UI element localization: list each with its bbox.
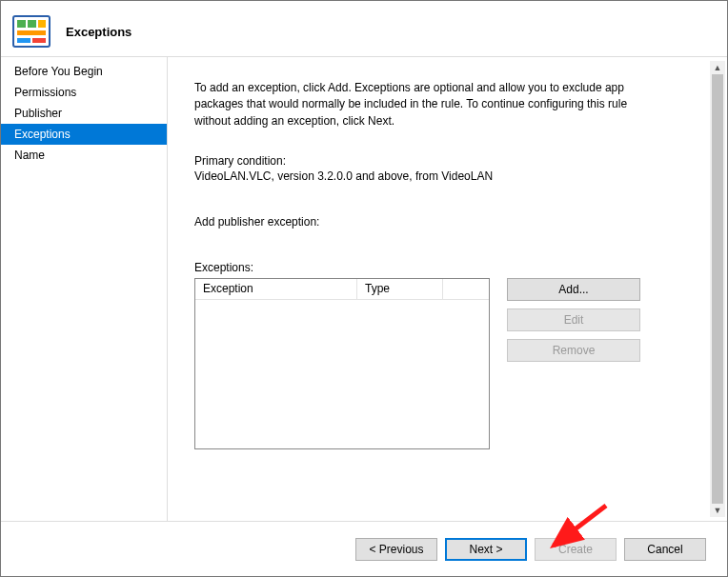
scroll-down-icon[interactable]: ▼ (710, 504, 725, 517)
description-text: To add an exception, click Add. Exceptio… (194, 80, 652, 129)
remove-button: Remove (507, 339, 640, 362)
cancel-button[interactable]: Cancel (624, 538, 706, 561)
primary-condition-value: VideoLAN.VLC, version 3.2.0.0 and above,… (194, 169, 689, 183)
svg-rect-1 (17, 20, 26, 28)
svg-rect-3 (38, 20, 46, 28)
wizard-icon (12, 14, 51, 49)
previous-button[interactable]: < Previous (355, 538, 437, 561)
scroll-up-icon[interactable]: ▲ (710, 61, 725, 74)
sidebar-item-exceptions[interactable]: Exceptions (1, 124, 167, 145)
vertical-scrollbar[interactable]: ▲ ▼ (710, 61, 725, 517)
add-button[interactable]: Add... (507, 278, 640, 301)
exceptions-list-label: Exceptions: (194, 261, 689, 274)
wizard-steps-sidebar: Before You Begin Permissions Publisher E… (1, 57, 168, 521)
svg-rect-6 (32, 38, 46, 43)
wizard-header: Exceptions (1, 1, 727, 56)
sidebar-item-permissions[interactable]: Permissions (1, 82, 167, 103)
sidebar-item-publisher[interactable]: Publisher (1, 103, 167, 124)
add-publisher-exception-label: Add publisher exception: (194, 215, 689, 229)
next-button[interactable]: Next > (445, 538, 527, 561)
svg-rect-5 (17, 38, 30, 43)
svg-rect-2 (28, 20, 36, 28)
primary-condition-label: Primary condition: (194, 154, 689, 168)
column-spacer (443, 279, 489, 299)
exceptions-listview[interactable]: Exception Type (194, 278, 490, 449)
sidebar-item-name[interactable]: Name (1, 145, 167, 166)
wizard-footer: < Previous Next > Create Cancel (1, 521, 727, 576)
listview-header: Exception Type (195, 279, 489, 300)
page-title: Exceptions (66, 25, 131, 39)
wizard-content: ▲ ▼ To add an exception, click Add. Exce… (168, 57, 727, 521)
scroll-thumb[interactable] (712, 74, 723, 504)
column-type[interactable]: Type (357, 279, 443, 299)
create-button: Create (535, 538, 617, 561)
edit-button: Edit (507, 308, 640, 331)
sidebar-item-before-you-begin[interactable]: Before You Begin (1, 61, 167, 82)
svg-rect-4 (17, 30, 46, 35)
column-exception[interactable]: Exception (195, 279, 357, 299)
